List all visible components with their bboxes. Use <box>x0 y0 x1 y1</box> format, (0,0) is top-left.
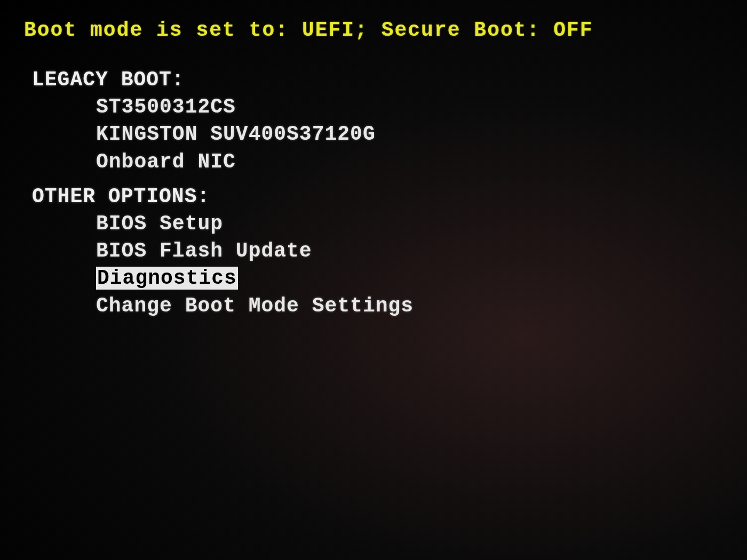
legacy-boot-item-nic[interactable]: Onboard NIC <box>96 148 723 175</box>
legacy-boot-item-ssd[interactable]: KINGSTON SUV400S37120G <box>96 121 723 148</box>
legacy-boot-list: ST3500312CS KINGSTON SUV400S37120G Onboa… <box>96 93 723 175</box>
other-option-diagnostics[interactable]: Diagnostics <box>96 265 238 292</box>
other-options-list: BIOS Setup BIOS Flash Update Diagnostics… <box>96 210 723 319</box>
other-options-header: OTHER OPTIONS: <box>32 185 723 208</box>
other-option-change-boot-mode[interactable]: Change Boot Mode Settings <box>96 292 723 319</box>
other-option-bios-setup[interactable]: BIOS Setup <box>96 210 723 237</box>
selected-label: Diagnostics <box>96 267 238 290</box>
other-option-bios-flash[interactable]: BIOS Flash Update <box>96 237 723 265</box>
boot-mode-status: Boot mode is set to: UEFI; Secure Boot: … <box>24 19 723 42</box>
legacy-boot-header: LEGACY BOOT: <box>32 68 723 91</box>
legacy-boot-item-hdd[interactable]: ST3500312CS <box>96 93 723 121</box>
